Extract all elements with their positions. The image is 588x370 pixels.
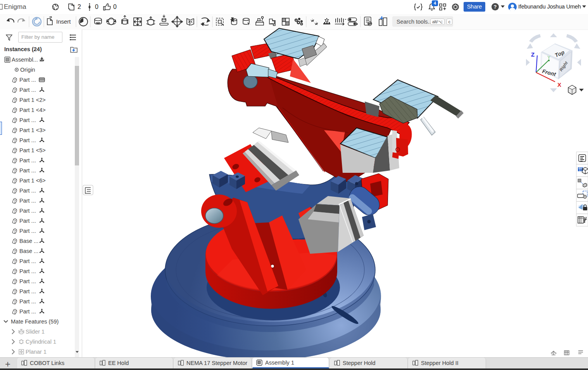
- svg-text:X: X: [557, 81, 561, 88]
- svg-text:Z: Z: [531, 51, 535, 58]
